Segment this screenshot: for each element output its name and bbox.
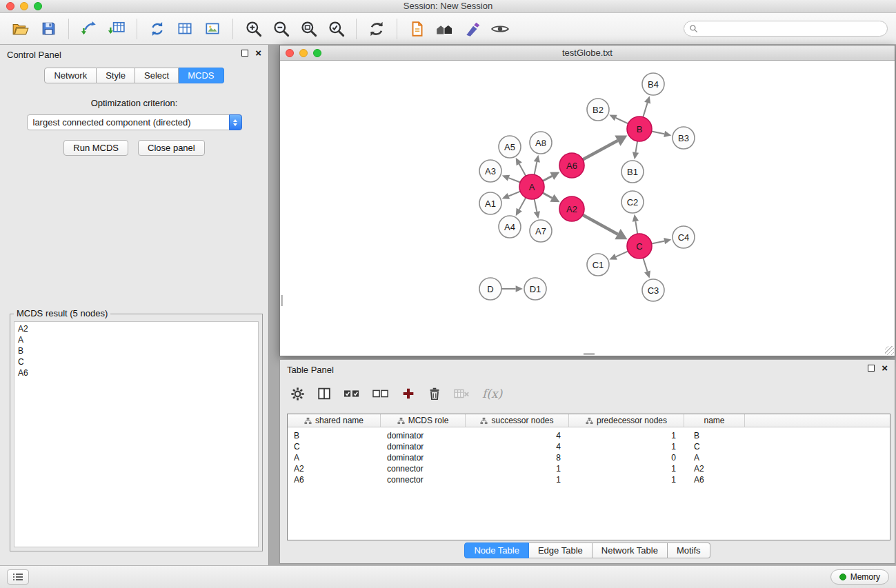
graph-edge-A-A1[interactable] [508, 192, 520, 196]
graph-edge-arrow-icon [644, 270, 650, 278]
optimization-criterion-label: Optimization criterion: [0, 98, 268, 108]
graph-edge-arrow-icon [633, 214, 639, 222]
vertical-scrollbar-thumb[interactable] [281, 295, 283, 306]
minimize-traffic-light[interactable] [20, 2, 28, 10]
result-item[interactable]: B [14, 345, 258, 356]
zoom-selected-button[interactable] [322, 17, 350, 41]
zoom-traffic-light[interactable] [313, 49, 321, 57]
graph-edge-B-B2[interactable] [616, 118, 628, 123]
zoom-in-button[interactable] [239, 17, 267, 41]
close-panel-icon[interactable]: × [255, 50, 261, 57]
tab-node-table[interactable]: Node Table [464, 543, 529, 558]
window-resize-grip[interactable] [885, 346, 894, 355]
add-column-button[interactable] [401, 386, 416, 401]
select-all-button[interactable] [343, 386, 361, 401]
graph-edge-A-A3[interactable] [509, 178, 521, 182]
tab-motifs[interactable]: Motifs [668, 543, 710, 558]
tab-network[interactable]: Network [44, 68, 97, 83]
table-row[interactable]: A6 connector 1 1 A6 [288, 474, 890, 485]
float-panel-icon[interactable] [241, 50, 248, 57]
graph-edge-B-B4[interactable] [643, 103, 647, 117]
table-row[interactable]: B dominator 4 1 B [288, 430, 890, 441]
node-table: shared name MCDS role successor nodes [287, 414, 890, 540]
show-columns-button[interactable] [317, 386, 332, 401]
workspace: Control Panel × Network Style Select MCD… [0, 45, 896, 565]
graph-edge-A-A2[interactable] [543, 193, 552, 199]
graph-edge-A2-C[interactable] [583, 215, 618, 234]
delete-column-button[interactable] [427, 386, 442, 401]
column-label: predecessor nodes [597, 416, 667, 425]
graph-edge-A-A7[interactable] [535, 199, 537, 212]
tab-edge-table[interactable]: Edge Table [529, 543, 593, 558]
zoom-out-button[interactable] [267, 17, 295, 41]
column-header-successor-nodes[interactable]: successor nodes [466, 414, 569, 427]
table-row[interactable]: A2 connector 1 1 A2 [288, 463, 890, 474]
column-header-mcds-role[interactable]: MCDS role [381, 414, 466, 427]
graph-edge-C-C4[interactable] [652, 241, 665, 244]
column-header-name[interactable]: name [684, 414, 745, 427]
graph-edge-C-C3[interactable] [643, 258, 647, 272]
style-brush-button[interactable] [459, 17, 486, 41]
open-session-button[interactable] [7, 17, 34, 41]
close-panel-button[interactable]: Close panel [138, 140, 205, 156]
graph-edge-B-B1[interactable] [636, 141, 638, 152]
show-hide-button[interactable] [486, 17, 514, 41]
column-header-shared-name[interactable]: shared name [288, 414, 381, 427]
zoom-traffic-light[interactable] [34, 2, 42, 10]
result-item[interactable]: A6 [14, 367, 258, 378]
memory-button[interactable]: Memory [830, 569, 889, 585]
tab-select[interactable]: Select [135, 68, 179, 83]
delete-table-button[interactable] [453, 386, 471, 401]
import-network-button[interactable] [75, 17, 103, 41]
table-row[interactable]: A dominator 8 0 A [288, 452, 890, 463]
graph-edge-B-B3[interactable] [652, 132, 665, 134]
horizontal-scrollbar-thumb[interactable] [584, 353, 595, 355]
zoom-fit-button[interactable] [295, 17, 322, 41]
new-table-button[interactable] [171, 17, 199, 41]
refresh-button[interactable] [363, 17, 390, 41]
graph-node-label: A8 [535, 138, 546, 148]
close-traffic-light[interactable] [6, 2, 14, 10]
criterion-select[interactable]: largest connected component (directed) [27, 114, 242, 130]
import-table-button[interactable] [103, 17, 130, 41]
search-input[interactable] [684, 21, 888, 37]
result-item[interactable]: C [14, 356, 258, 367]
float-panel-icon[interactable] [868, 365, 875, 372]
graph-edge-A6-B[interactable] [583, 141, 618, 159]
cell-name: B [684, 430, 745, 441]
graph-edge-A-A6[interactable] [543, 176, 552, 181]
duplicate-document-button[interactable] [404, 17, 431, 41]
result-item[interactable]: A2 [14, 323, 258, 334]
export-image-button[interactable] [199, 17, 226, 41]
home-button[interactable] [431, 17, 459, 41]
tab-style[interactable]: Style [97, 68, 135, 83]
tab-network-table[interactable]: Network Table [593, 543, 668, 558]
window-titlebar: Session: New Session [0, 0, 896, 13]
run-mcds-button[interactable]: Run MCDS [63, 140, 128, 156]
graph-edge-C-C1[interactable] [616, 251, 628, 256]
save-session-button[interactable] [34, 17, 62, 41]
deselect-all-button[interactable] [372, 386, 390, 401]
function-builder-button[interactable]: f(x) [482, 387, 502, 401]
traffic-lights [6, 2, 42, 10]
new-network-icon [148, 20, 166, 38]
graph-edge-C-C2[interactable] [635, 221, 637, 234]
tab-mcds[interactable]: MCDS [179, 68, 223, 83]
network-graph[interactable]: AA1A2A3A4A5A6A7A8BB1B2B3B4CC1C2C3C4DD1 [280, 61, 895, 356]
close-panel-icon[interactable]: × [882, 365, 888, 372]
result-item[interactable]: A [14, 334, 258, 345]
graph-edge-A-A4[interactable] [519, 198, 526, 210]
graph-edge-A-A5[interactable] [519, 164, 526, 176]
graph-edge-A-A8[interactable] [535, 162, 537, 175]
column-label: name [704, 416, 724, 425]
network-canvas[interactable]: AA1A2A3A4A5A6A7A8BB1B2B3B4CC1C2C3C4DD1 [280, 61, 895, 356]
table-settings-button[interactable] [290, 386, 306, 402]
eye-icon [490, 20, 510, 38]
close-traffic-light[interactable] [286, 49, 294, 57]
task-history-button[interactable] [7, 569, 29, 585]
column-header-predecessor-nodes[interactable]: predecessor nodes [569, 414, 684, 427]
minimize-traffic-light[interactable] [299, 49, 308, 57]
mcds-result-list[interactable]: A2 A B C A6 [14, 321, 259, 547]
new-network-button[interactable] [143, 17, 171, 41]
table-row[interactable]: C dominator 4 1 C [288, 441, 890, 452]
